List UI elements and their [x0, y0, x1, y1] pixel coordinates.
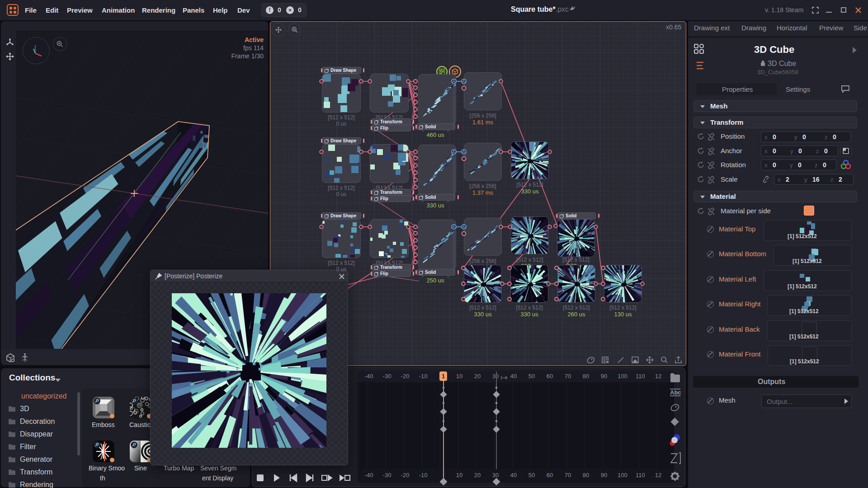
svg-text:Abc: Abc [670, 389, 681, 396]
